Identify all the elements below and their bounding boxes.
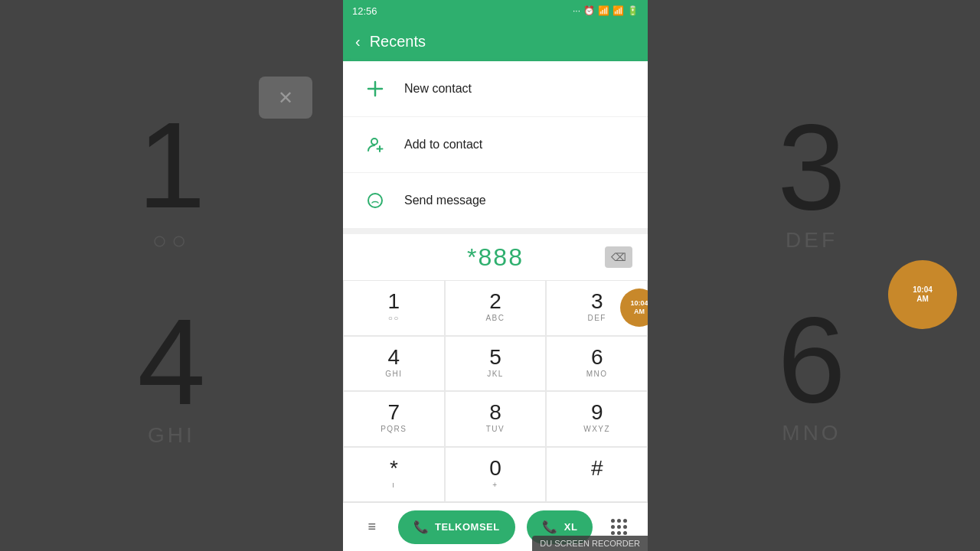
dial-number: *888 xyxy=(467,243,524,272)
key-star-sub: ı xyxy=(392,481,395,491)
grid-dots-icon xyxy=(611,519,626,535)
bg-orange-btn: 10:04AM xyxy=(888,260,957,329)
bg-number-3: 3 xyxy=(778,106,846,228)
keypad: 1 ○○ 2 ABC 3 DEF 10:04AM 4 GHI 5 JKL 6 M… xyxy=(343,280,648,502)
key-0[interactable]: 0 + xyxy=(445,447,547,503)
key-1-sub: ○○ xyxy=(388,314,400,324)
background-left: 1 ○○ 4 GHI ✕ xyxy=(0,0,343,551)
bg-number-4: 4 xyxy=(138,301,206,423)
key-star[interactable]: * ı xyxy=(343,447,445,503)
menu-panel: New contact Add to contact Send messag xyxy=(343,61,648,228)
key-7[interactable]: 7 PQRS xyxy=(343,391,445,447)
telkomsel-call-button[interactable]: 📞 TELKOMSEL xyxy=(398,510,515,544)
bg-sub-6: MNO xyxy=(782,421,841,445)
bg-close-icon: ✕ xyxy=(259,77,312,119)
call-xl-icon: 📞 xyxy=(542,520,558,534)
signal-dots-icon: ··· xyxy=(573,5,580,16)
bg-sub-4: GHI xyxy=(148,423,195,448)
key-star-num: * xyxy=(390,458,398,479)
key-2-sub: ABC xyxy=(485,314,505,324)
signal-icon: 📶 xyxy=(612,5,624,16)
orange-overlay-btn[interactable]: 10:04AM xyxy=(620,289,648,327)
key-8-num: 8 xyxy=(489,402,501,423)
alarm-icon: ⏰ xyxy=(583,5,595,16)
key-2-num: 2 xyxy=(489,291,501,312)
bg-sub-3: DEF xyxy=(786,228,838,253)
bg-number-6: 6 xyxy=(778,298,846,421)
key-3[interactable]: 3 DEF 10:04AM xyxy=(546,280,648,336)
key-8[interactable]: 8 TUV xyxy=(445,391,547,447)
add-to-contact-icon xyxy=(361,131,389,158)
add-to-contact-item[interactable]: Add to contact xyxy=(343,117,648,173)
xl-label: XL xyxy=(564,521,578,533)
hamburger-icon: ≡ xyxy=(368,519,377,535)
key-9-num: 9 xyxy=(591,402,603,423)
send-message-label: Send message xyxy=(404,194,486,207)
key-9-sub: WXYZ xyxy=(583,425,610,435)
key-9[interactable]: 9 WXYZ xyxy=(546,391,648,447)
bg-number-1: 1 xyxy=(138,104,206,227)
header: ‹ Recents xyxy=(343,21,648,61)
svg-point-2 xyxy=(371,139,377,145)
key-0-sub: + xyxy=(492,481,498,491)
key-3-num: 3 xyxy=(591,291,603,312)
status-time: 12:56 xyxy=(352,5,377,17)
send-message-item[interactable]: Send message xyxy=(343,173,648,228)
key-7-sub: PQRS xyxy=(381,425,407,435)
key-3-sub: DEF xyxy=(587,314,606,324)
send-message-icon xyxy=(361,187,389,214)
menu-dots-button[interactable]: ≡ xyxy=(358,514,386,541)
recorder-badge: DU SCREEN RECORDER xyxy=(532,536,648,551)
key-5-num: 5 xyxy=(489,347,501,368)
key-0-num: 0 xyxy=(489,458,501,479)
backspace-button[interactable]: ⌫ xyxy=(605,246,632,268)
key-5-sub: JKL xyxy=(487,370,504,380)
bg-sub-1: ○○ xyxy=(152,227,191,255)
key-4[interactable]: 4 GHI xyxy=(343,336,445,392)
phone-ui: 12:56 ··· ⏰ 📶 📶 🔋 ‹ Recents New contact xyxy=(343,0,648,551)
header-title: Recents xyxy=(370,33,426,51)
battery-icon: 🔋 xyxy=(627,5,639,16)
key-7-num: 7 xyxy=(388,402,400,423)
key-4-num: 4 xyxy=(388,347,400,368)
key-2[interactable]: 2 ABC xyxy=(445,280,547,336)
dial-input-area: *888 ⌫ xyxy=(343,234,648,280)
key-6-num: 6 xyxy=(591,347,603,368)
svg-point-5 xyxy=(368,194,382,207)
back-button[interactable]: ‹ xyxy=(355,33,361,51)
backspace-icon: ⌫ xyxy=(611,251,626,263)
key-4-sub: GHI xyxy=(385,370,402,380)
call-telkomsel-icon: 📞 xyxy=(413,520,430,534)
status-icons: ··· ⏰ 📶 📶 🔋 xyxy=(573,5,639,16)
background-right: 3 DEF 6 MNO 10:04AM xyxy=(643,0,980,551)
telkomsel-label: TELKOMSEL xyxy=(435,521,500,533)
key-1-num: 1 xyxy=(388,291,400,312)
divider xyxy=(343,228,648,234)
status-bar: 12:56 ··· ⏰ 📶 📶 🔋 xyxy=(343,0,648,21)
wifi-icon: 📶 xyxy=(598,5,609,16)
new-contact-icon xyxy=(361,75,389,103)
key-6-sub: MNO xyxy=(586,370,608,380)
key-6[interactable]: 6 MNO xyxy=(546,336,648,392)
key-1[interactable]: 1 ○○ xyxy=(343,280,445,336)
key-5[interactable]: 5 JKL xyxy=(445,336,547,392)
new-contact-label: New contact xyxy=(404,82,472,96)
add-to-contact-label: Add to contact xyxy=(404,138,482,152)
key-8-sub: TUV xyxy=(486,425,505,435)
key-hash[interactable]: # xyxy=(546,447,648,503)
key-hash-num: # xyxy=(591,458,603,479)
new-contact-item[interactable]: New contact xyxy=(343,61,648,117)
